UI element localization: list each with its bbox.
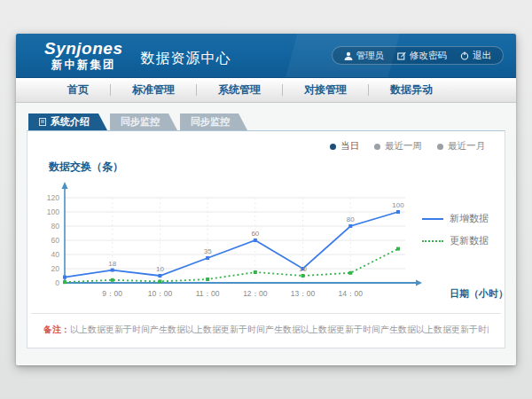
x-tick-label: 9：00 <box>102 289 122 298</box>
chart-y-axis-title: 数据交换（条） <box>49 160 505 175</box>
data-point <box>396 247 400 251</box>
data-point-label: 35 <box>204 247 212 255</box>
x-axis-arrow <box>416 280 422 286</box>
tab-sync-monitor-1[interactable]: 同步监控 <box>110 113 177 130</box>
data-point <box>254 239 257 242</box>
x-tick-label: 12：00 <box>243 289 268 298</box>
y-tick-label: 20 <box>51 264 60 273</box>
main-nav: 首页 标准管理 系统管理 对接管理 数据异动 <box>16 78 516 103</box>
radio-label: 最近一周 <box>385 140 422 153</box>
legend-item-new-data: 新增数据 <box>422 212 489 225</box>
date-range-filters: 当日 最近一周 最近一月 <box>330 140 485 153</box>
tab-label: 系统介绍 <box>51 115 90 129</box>
tab-label: 同步监控 <box>191 115 230 129</box>
x-tick-label: 13：00 <box>291 289 316 298</box>
nav-item-system-mgmt[interactable]: 系统管理 <box>197 82 282 98</box>
data-point <box>206 256 209 260</box>
footnote-label: 备注： <box>43 325 70 334</box>
data-point <box>254 270 257 274</box>
data-point <box>111 269 114 272</box>
radio-last-month[interactable]: 最近一月 <box>437 140 485 153</box>
data-point <box>158 279 161 283</box>
data-point <box>111 278 114 282</box>
data-point-label: 100 <box>392 201 404 209</box>
radio-dot <box>374 144 380 150</box>
y-tick-label: 80 <box>51 222 60 231</box>
radio-label: 最近一月 <box>448 140 485 153</box>
dotted-line-swatch <box>422 240 443 242</box>
y-tick-label: 0 <box>55 278 59 287</box>
logout-label: 退出 <box>473 50 491 62</box>
brand-subtitle: 新中新集团 <box>44 59 122 71</box>
tab-sync-monitor-2[interactable]: 同步监控 <box>180 113 247 130</box>
tab-label: 同步监控 <box>121 115 160 129</box>
nav-item-standard-mgmt[interactable]: 标准管理 <box>111 82 196 98</box>
footnote: 备注：以上数据更新于时间产生数据以上数据更新于时间产生数据以上数据更新于时间产生… <box>43 324 489 336</box>
data-point-label: 18 <box>108 260 116 268</box>
header: Synjones 新中新集团 数据资源中心 管理员 修改密码 退出 <box>16 34 516 78</box>
chart-container: 0204060801001209：0010：0011：0012：0013：001… <box>33 175 505 311</box>
x-tick-label: 14：00 <box>339 289 364 298</box>
app-window: Synjones 新中新集团 数据资源中心 管理员 修改密码 退出 <box>16 34 516 365</box>
data-point-label: 10 <box>299 265 307 273</box>
data-point <box>348 224 352 228</box>
tab-bar: 系统介绍 同步监控 同步监控 <box>28 113 505 130</box>
nav-item-data-change[interactable]: 数据异动 <box>369 82 454 98</box>
user-icon <box>344 51 353 60</box>
current-user-label: 管理员 <box>356 50 385 62</box>
radio-dot <box>437 144 443 150</box>
data-point <box>206 278 209 281</box>
chart-legend: 新增数据 更新数据 <box>422 212 489 247</box>
content-area: 系统介绍 同步监控 同步监控 当日 最近一周 <box>16 103 516 364</box>
nav-item-home[interactable]: 首页 <box>46 82 110 98</box>
page-title: 数据资源中心 <box>140 50 231 68</box>
data-point <box>63 276 66 279</box>
logout-button[interactable]: 退出 <box>460 50 491 62</box>
tab-system-intro[interactable]: 系统介绍 <box>28 113 107 130</box>
x-tick-label: 10：00 <box>148 289 173 298</box>
change-password-button[interactable]: 修改密码 <box>397 50 447 62</box>
data-point <box>301 274 305 278</box>
legend-label: 新增数据 <box>450 212 489 225</box>
y-tick-label: 100 <box>47 207 59 216</box>
data-point <box>348 271 352 275</box>
y-tick-label: 120 <box>47 193 59 202</box>
change-password-label: 修改密码 <box>410 50 447 62</box>
y-tick-label: 60 <box>51 236 60 245</box>
legend-item-updated-data: 更新数据 <box>422 234 489 247</box>
data-point <box>63 280 66 284</box>
data-point-label: 60 <box>251 230 259 238</box>
data-point-label: 10 <box>156 265 164 273</box>
brand-logo: Synjones 新中新集团 <box>44 40 122 71</box>
chart-panel: 当日 最近一周 最近一月 数据交换（条） 0204060801001209：00… <box>27 130 505 348</box>
solid-line-swatch <box>422 218 443 220</box>
user-menu: 管理员 修改密码 退出 <box>332 46 505 65</box>
y-axis-arrow <box>62 182 68 189</box>
chart-x-axis-title: 日期（小时） <box>450 288 508 300</box>
radio-today[interactable]: 当日 <box>330 140 359 153</box>
current-user-button[interactable]: 管理员 <box>344 50 385 62</box>
data-point <box>158 274 161 278</box>
x-tick-label: 11：00 <box>196 289 220 298</box>
power-icon <box>460 51 469 60</box>
radio-dot <box>330 144 336 150</box>
radio-last-week[interactable]: 最近一周 <box>374 140 422 153</box>
data-point-label: 80 <box>347 215 355 223</box>
nav-item-docking-mgmt[interactable]: 对接管理 <box>283 82 368 98</box>
radio-label: 当日 <box>340 140 359 153</box>
legend-label: 更新数据 <box>450 234 489 247</box>
footnote-text: 以上数据更新于时间产生数据以上数据更新于时间产生数据以上数据更新于时间产生数据以… <box>70 325 489 334</box>
y-tick-label: 40 <box>51 250 60 259</box>
document-icon <box>39 117 46 128</box>
footnote-section: 备注：以上数据更新于时间产生数据以上数据更新于时间产生数据以上数据更新于时间产生… <box>31 313 501 348</box>
brand-name: Synjones <box>44 40 122 58</box>
edit-icon <box>397 51 406 60</box>
data-point <box>396 210 400 214</box>
